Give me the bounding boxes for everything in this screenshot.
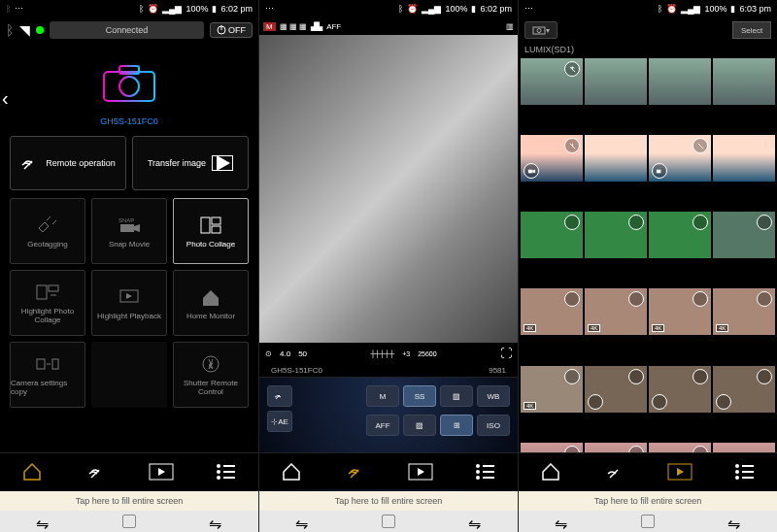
remote-label: Remote operation xyxy=(46,158,116,168)
thumbnail[interactable] xyxy=(649,58,711,105)
thumbnail[interactable] xyxy=(713,212,775,258)
no-transfer-icon xyxy=(693,369,708,384)
video-icon xyxy=(588,394,603,410)
nav-menu[interactable] xyxy=(213,458,240,485)
system-nav: ⇋ ⇋ xyxy=(259,511,518,532)
thumbnail[interactable] xyxy=(713,366,775,413)
gallery-top: ▾ Select xyxy=(519,17,777,43)
thumbnail[interactable] xyxy=(521,58,583,105)
power-button[interactable]: OFF xyxy=(210,22,253,38)
ev2-button[interactable]: ▨ xyxy=(403,415,436,436)
connection-status[interactable]: Connected xyxy=(50,21,204,39)
nav-menu[interactable] xyxy=(731,458,759,485)
sys-back[interactable]: ⇋ xyxy=(727,515,741,528)
nav-playback[interactable] xyxy=(148,458,175,485)
tile-label: Highlight Photo Collage xyxy=(11,307,84,324)
nav-remote[interactable] xyxy=(343,458,370,485)
filter-button[interactable]: ▾ xyxy=(524,21,557,39)
mode-m-button[interactable]: M xyxy=(366,385,399,407)
iso-max: 25600 xyxy=(418,350,436,357)
highlight-collage-icon xyxy=(35,282,60,303)
thumbnail[interactable] xyxy=(649,366,711,413)
thumbnail[interactable] xyxy=(649,135,711,182)
sys-home[interactable] xyxy=(641,515,655,528)
no-transfer-icon xyxy=(628,291,644,307)
status-bar: ᛒ ⋯ ᛒ ⏰ ▂▄▆ 100% ▮ 6:02 pm xyxy=(0,0,258,17)
4k-badge: 4K xyxy=(716,324,728,332)
status-right: ᛒ⏰ ▂▄▆ 100% ▮ 6:02 pm xyxy=(398,4,512,14)
thumbnail[interactable]: 4K xyxy=(585,288,647,335)
nav-home[interactable] xyxy=(537,458,564,485)
svg-point-19 xyxy=(217,470,220,474)
svg-rect-38 xyxy=(527,169,532,173)
thumbnail[interactable] xyxy=(713,58,775,105)
select-button[interactable]: Select xyxy=(732,21,771,39)
tile-home-monitor[interactable]: Home Monitor xyxy=(173,270,249,336)
nav-home[interactable] xyxy=(18,458,46,485)
ev-button[interactable]: ▨ xyxy=(440,385,473,407)
camera-glyph xyxy=(100,62,158,109)
thumbnail[interactable]: 4K xyxy=(521,288,583,335)
tile-photo-collage[interactable]: Photo Collage xyxy=(173,198,249,264)
touch-shutter-button[interactable] xyxy=(267,385,292,407)
ev-value: +3 xyxy=(402,350,410,357)
alarm-icon: ⏰ xyxy=(148,4,158,14)
sys-recent[interactable]: ⇋ xyxy=(295,515,309,528)
tile-camera-settings-copy[interactable]: Camera settings copy xyxy=(10,342,85,408)
tap-banner[interactable]: Tap here to fill entire screen xyxy=(519,491,777,511)
sys-home[interactable] xyxy=(382,515,395,528)
back-button[interactable]: ‹ xyxy=(2,87,9,110)
afarea-button[interactable]: ⊞ xyxy=(440,415,473,436)
thumbnail[interactable] xyxy=(649,212,711,258)
thumbnail[interactable]: 4K xyxy=(521,366,583,413)
expand-icon[interactable]: ⛶ xyxy=(500,347,512,360)
tap-banner[interactable]: Tap here to fill entire screen xyxy=(259,491,518,511)
thumbnail[interactable] xyxy=(585,58,647,105)
nav-playback[interactable] xyxy=(407,458,434,485)
nav-playback[interactable] xyxy=(666,458,693,485)
sys-recent[interactable]: ⇋ xyxy=(36,515,50,528)
thumbnail[interactable] xyxy=(521,135,583,182)
thumbnail[interactable] xyxy=(713,135,775,182)
svg-point-3 xyxy=(119,77,139,96)
sys-back[interactable]: ⇋ xyxy=(468,515,482,528)
sys-home[interactable] xyxy=(122,515,136,528)
aff-button[interactable]: AFF xyxy=(366,415,399,436)
status-left: ⋯ xyxy=(265,4,274,14)
sys-recent[interactable]: ⇋ xyxy=(555,515,568,528)
clock: 6:02 pm xyxy=(480,4,512,14)
thumbnail[interactable]: 4K xyxy=(713,288,775,335)
copy-icon xyxy=(35,353,60,375)
nav-home[interactable] xyxy=(278,458,305,485)
no-transfer-icon xyxy=(757,369,772,384)
remote-operation-button[interactable]: Remote operation xyxy=(10,136,126,190)
chevron-down-icon: ▾ xyxy=(546,26,550,35)
nav-remote[interactable] xyxy=(602,458,629,485)
tile-geotagging[interactable]: Geotagging xyxy=(10,198,85,264)
play-icon xyxy=(212,155,233,171)
tile-snap-movie[interactable]: SNAP Snap Movie xyxy=(91,198,167,264)
svg-rect-11 xyxy=(49,285,58,291)
wb-button[interactable]: WB xyxy=(477,385,510,407)
live-preview[interactable] xyxy=(259,35,518,343)
thumbnail[interactable] xyxy=(585,212,647,258)
thumbnail[interactable] xyxy=(585,135,647,182)
thumbnail[interactable] xyxy=(521,212,583,258)
video-icon xyxy=(652,163,667,179)
video-icon xyxy=(524,163,539,179)
tile-highlight-playback[interactable]: Highlight Playback xyxy=(91,270,167,336)
iso-button[interactable]: ISO xyxy=(477,415,510,436)
thumbnail[interactable]: 4K xyxy=(649,288,711,335)
ev-scale: ┼┼┼┼┼ xyxy=(370,350,394,357)
tile-shutter-remote[interactable]: Shutter Remote Control xyxy=(173,342,249,408)
thumbnail[interactable] xyxy=(585,366,647,413)
transfer-image-button[interactable]: Transfer image xyxy=(132,136,249,190)
more-icon: ⋯ xyxy=(15,4,23,14)
nav-menu[interactable] xyxy=(472,458,499,485)
touch-ae-button[interactable]: ⊹AE xyxy=(267,411,292,432)
tap-banner[interactable]: Tap here to fill entire screen xyxy=(0,491,258,511)
tile-highlight-collage[interactable]: Highlight Photo Collage xyxy=(10,270,85,336)
nav-remote[interactable] xyxy=(84,458,111,485)
ss-button[interactable]: SS xyxy=(403,385,436,407)
sys-back[interactable]: ⇋ xyxy=(209,515,222,528)
